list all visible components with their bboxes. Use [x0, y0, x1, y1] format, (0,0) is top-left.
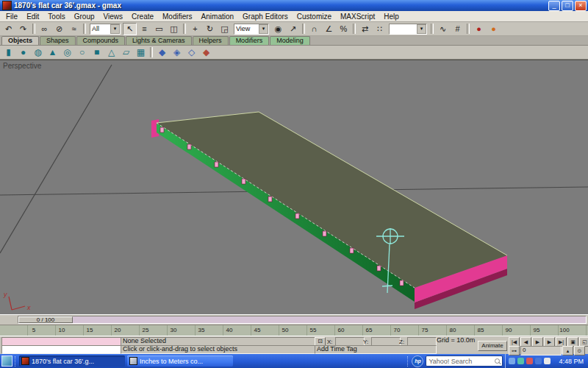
- box-primitive-icon[interactable]: ■: [90, 46, 104, 59]
- unlink-selection-icon[interactable]: ⊘: [52, 23, 66, 35]
- menu-tools[interactable]: Tools: [43, 12, 69, 21]
- dropdown-arrow-icon[interactable]: ▾: [110, 24, 120, 34]
- menu-customize[interactable]: Customize: [293, 12, 336, 21]
- menu-group[interactable]: Group: [70, 12, 99, 21]
- hedra-primitive-icon[interactable]: ◆: [155, 46, 169, 59]
- dropdown-arrow-icon[interactable]: ▾: [259, 24, 268, 34]
- yahoo-search-input[interactable]: Yahoo! Search: [426, 355, 503, 367]
- title-bar[interactable]: 1870's flat car 36'.gmax - gmax _ □ ×: [0, 0, 588, 11]
- tray-network-icon[interactable]: [509, 358, 515, 364]
- frame-spinner-up-button[interactable]: ▴: [562, 346, 573, 355]
- add-time-tag-field[interactable]: Add Time Tag: [315, 345, 437, 354]
- tab-objects[interactable]: Objects: [1, 36, 39, 45]
- torus-primitive-icon[interactable]: ◎: [60, 46, 74, 59]
- angle-snap-toggle-icon[interactable]: ∠: [322, 23, 336, 35]
- select-and-rotate-icon[interactable]: ↻: [203, 23, 217, 35]
- tab-helpers[interactable]: Helpers: [193, 36, 229, 45]
- sphere-primitive-icon[interactable]: ●: [16, 46, 30, 59]
- torus-knot-primitive-icon[interactable]: ◈: [170, 46, 184, 59]
- reference-coordinate-system-dropdown[interactable]: View▾: [234, 24, 269, 35]
- tab-shapes[interactable]: Shapes: [40, 36, 76, 45]
- menu-help[interactable]: Help: [379, 12, 404, 21]
- maxscript-listener-white-line[interactable]: [1, 345, 123, 354]
- flat-car-model[interactable]: [151, 112, 507, 309]
- dropdown-arrow-icon[interactable]: ▾: [417, 24, 426, 34]
- menu-views[interactable]: Views: [99, 12, 128, 21]
- track-view-icon[interactable]: ∿: [436, 23, 450, 35]
- current-frame-field[interactable]: 0: [520, 346, 562, 355]
- prism-primitive-icon[interactable]: ◇: [184, 46, 198, 59]
- select-by-name-icon[interactable]: ≡: [137, 23, 151, 35]
- minimize-button[interactable]: _: [548, 1, 560, 11]
- viewport-canvas[interactable]: x y: [0, 60, 588, 320]
- percent-snap-toggle-icon[interactable]: %: [337, 23, 351, 35]
- menu-file[interactable]: File: [1, 12, 22, 21]
- undo-icon[interactable]: ↶: [1, 23, 15, 35]
- render-preview-icon[interactable]: ●: [487, 23, 501, 35]
- rectangular-selection-region-icon[interactable]: ▭: [152, 23, 166, 35]
- tab-panel: ObjectsShapesCompoundsLights & CamerasHe…: [0, 36, 588, 46]
- select-and-manipulate-icon[interactable]: ↗: [286, 23, 300, 35]
- toolbar-separator: [302, 24, 305, 34]
- quick-launch-icon[interactable]: [1, 355, 12, 367]
- geosphere-primitive-icon[interactable]: ◍: [31, 46, 45, 59]
- tube-primitive-icon[interactable]: ○: [75, 46, 89, 59]
- tray-display-icon[interactable]: [544, 358, 551, 364]
- select-and-move-icon[interactable]: +: [188, 23, 202, 35]
- perspective-viewport[interactable]: Perspective: [0, 60, 588, 314]
- snap-toggle-3d-icon[interactable]: ∩: [307, 23, 321, 35]
- mirror-icon[interactable]: ⇄: [358, 23, 372, 35]
- use-pivot-point-center-icon[interactable]: ◉: [271, 23, 285, 35]
- tray-update-icon[interactable]: [535, 358, 542, 364]
- system-tray: [505, 354, 553, 368]
- home-grid-axis-y: [0, 65, 112, 253]
- special-object-icon[interactable]: ◆: [199, 46, 213, 59]
- plane-primitive-icon[interactable]: ▱: [119, 46, 133, 59]
- cylinder-primitive-icon[interactable]: ▮: [1, 46, 15, 59]
- menu-create[interactable]: Create: [127, 12, 158, 21]
- menu-modifiers[interactable]: Modifiers: [158, 12, 197, 21]
- time-ruler[interactable]: 5101520253035404550556065707580859095100: [0, 325, 588, 336]
- material-navigator-icon[interactable]: ●: [472, 23, 486, 35]
- prompt-line: Click or click-and-drag to select object…: [121, 345, 318, 354]
- coord-x-label: X:: [327, 339, 333, 345]
- grid-helper-icon[interactable]: ▦: [134, 46, 148, 59]
- tab-compounds[interactable]: Compounds: [76, 36, 126, 45]
- tab-modifiers[interactable]: Modifiers: [229, 36, 270, 45]
- tray-volume-icon[interactable]: [517, 358, 524, 364]
- ruler-tick-45: 45: [254, 327, 261, 333]
- taskbar-task-converter[interactable]: Inches to Meters co...: [127, 355, 233, 367]
- close-button[interactable]: ×: [575, 1, 587, 11]
- car-deck-face[interactable]: [157, 112, 507, 288]
- named-selection-sets-dropdown[interactable]: ▾: [389, 24, 427, 35]
- maximize-button[interactable]: □: [562, 1, 573, 11]
- menu-edit[interactable]: Edit: [22, 12, 43, 21]
- schematic-view-icon[interactable]: #: [451, 23, 465, 35]
- align-icon[interactable]: ∷: [373, 23, 387, 35]
- pyramid-primitive-icon[interactable]: △: [104, 46, 118, 59]
- menu-graph-editors[interactable]: Graph Editors: [238, 12, 293, 21]
- cone-primitive-icon[interactable]: ▲: [46, 46, 60, 59]
- redo-icon[interactable]: ↷: [16, 23, 30, 35]
- bind-to-space-warp-icon[interactable]: ≈: [67, 23, 81, 35]
- animate-button[interactable]: Animate: [478, 341, 507, 351]
- hp-logo[interactable]: hp: [412, 355, 423, 367]
- tab-lights-cameras[interactable]: Lights & Cameras: [126, 36, 192, 45]
- magnifier-icon[interactable]: [495, 358, 500, 364]
- selection-filter-dropdown[interactable]: All▾: [90, 24, 121, 35]
- ruler-tick-20: 20: [115, 327, 121, 333]
- tray-antivirus-icon[interactable]: [526, 358, 533, 364]
- select-and-scale-icon[interactable]: ◲: [218, 23, 232, 35]
- time-slider-handle[interactable]: 0 / 100: [18, 316, 73, 323]
- taskbar-task-gmax[interactable]: 1870's flat car 36'.g...: [19, 355, 125, 367]
- time-slider-track[interactable]: 0 / 100: [18, 316, 587, 324]
- window-crossing-toggle-icon[interactable]: ◫: [167, 23, 181, 35]
- ruler-tick-50: 50: [282, 327, 289, 333]
- key-mode-toggle-button[interactable]: ⊶: [509, 346, 520, 355]
- tab-modeling[interactable]: Modeling: [270, 36, 310, 45]
- select-and-link-icon[interactable]: ∞: [37, 23, 51, 35]
- time-configuration-button[interactable]: ⊙: [574, 346, 585, 355]
- menu-maxscript[interactable]: MAXScript: [336, 12, 379, 21]
- select-object-icon[interactable]: ↖: [123, 23, 137, 35]
- menu-animation[interactable]: Animation: [197, 12, 238, 21]
